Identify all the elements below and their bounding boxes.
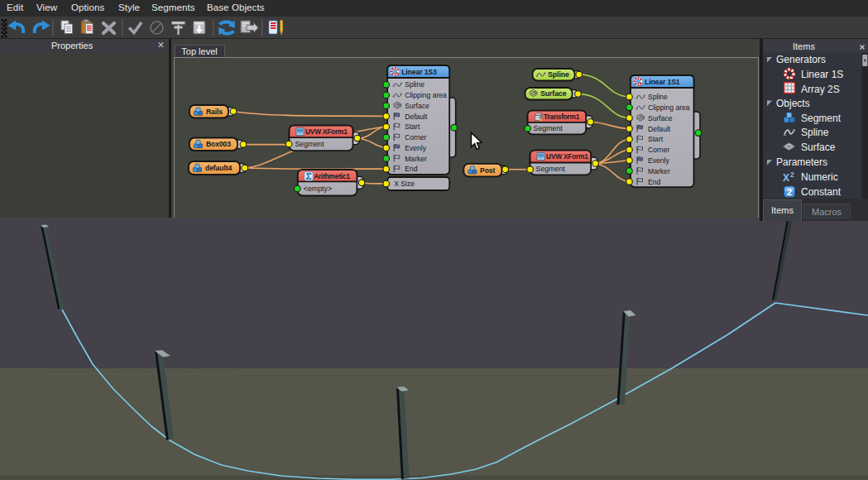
svg-text:UVW XForm1: UVW XForm1: [546, 152, 588, 161]
svg-text:2: 2: [787, 187, 792, 197]
svg-text:Surface: Surface: [801, 142, 836, 153]
svg-text:Segment: Segment: [801, 113, 842, 124]
svg-text:Spline: Spline: [801, 127, 829, 138]
svg-text:End: End: [405, 165, 418, 173]
svg-text:Surface: Surface: [405, 102, 429, 110]
svg-text:Items: Items: [793, 41, 815, 51]
svg-text:Start: Start: [648, 135, 664, 143]
svg-text:Array 2S: Array 2S: [801, 84, 840, 95]
svg-text:Default: Default: [405, 113, 428, 121]
svg-text:Corner: Corner: [405, 133, 426, 142]
svg-text:Marker: Marker: [648, 167, 670, 175]
svg-text:Start: Start: [405, 122, 420, 131]
svg-text:Post: Post: [480, 166, 495, 175]
svg-text:Transform1: Transform1: [544, 113, 580, 121]
svg-text:Arithmetic1: Arithmetic1: [314, 172, 350, 180]
svg-text:Spline: Spline: [405, 80, 424, 89]
svg-text:Evenly: Evenly: [405, 144, 426, 152]
svg-text:<empty>: <empty>: [304, 185, 332, 193]
svg-text:Parameters: Parameters: [776, 156, 827, 168]
svg-text:Segment: Segment: [536, 165, 566, 173]
svg-text:Default: Default: [648, 125, 671, 133]
svg-text:Spline: Spline: [548, 70, 569, 79]
svg-text:Objects: Objects: [776, 98, 810, 109]
svg-text:Constant: Constant: [801, 186, 842, 198]
svg-text:Numeric: Numeric: [801, 171, 838, 183]
svg-text:Surface: Surface: [648, 114, 673, 122]
svg-text:Clipping area: Clipping area: [648, 103, 690, 112]
svg-text:Linear 1S1: Linear 1S1: [645, 78, 680, 86]
svg-text:X: X: [783, 172, 789, 184]
svg-text:Segment: Segment: [295, 140, 325, 148]
svg-text:Segment: Segment: [534, 124, 563, 132]
svg-text:default4: default4: [205, 164, 232, 172]
svg-text:Surface: Surface: [540, 89, 567, 98]
svg-text:Evenly: Evenly: [648, 156, 669, 165]
svg-text:2: 2: [790, 170, 794, 179]
svg-text:Spline: Spline: [648, 93, 668, 101]
svg-text:End: End: [648, 178, 661, 186]
svg-text:X Size: X Size: [394, 180, 415, 188]
svg-text:Box003: Box003: [206, 140, 231, 148]
svg-text:UVW XForm1: UVW XForm1: [305, 127, 348, 136]
svg-text:Corner: Corner: [648, 146, 669, 154]
svg-text:Marker: Marker: [405, 155, 427, 163]
svg-text:Linear 1S3: Linear 1S3: [401, 68, 437, 76]
svg-text:Linear 1S: Linear 1S: [801, 69, 843, 80]
svg-text:Generators: Generators: [776, 54, 826, 65]
svg-text:Rails: Rails: [206, 108, 223, 116]
svg-text:Clipping area: Clipping area: [405, 91, 447, 99]
